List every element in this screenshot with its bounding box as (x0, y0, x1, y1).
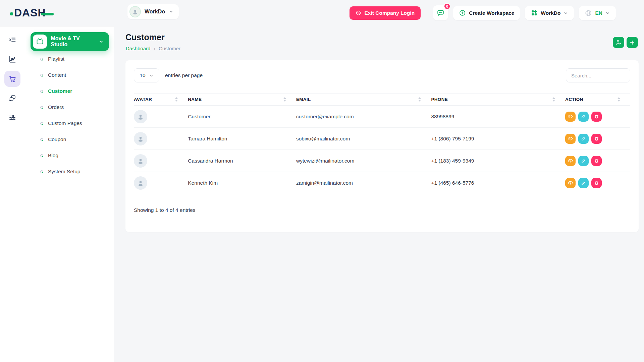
sidebar-item-label: Customer (48, 88, 72, 94)
column-header[interactable]: PHONE (431, 94, 565, 106)
chevron-down-icon (169, 9, 173, 14)
page-size-select[interactable]: 10 (134, 68, 159, 82)
workdo-menu-button[interactable]: WorkDo (525, 6, 574, 20)
sidebar-item[interactable]: Orders (25, 99, 114, 115)
sidebar-item[interactable]: Customer (25, 83, 114, 99)
sidebar-item[interactable]: System Setup (25, 164, 114, 180)
bullet-icon (40, 57, 44, 61)
exit-company-login-button[interactable]: Exit Company Login (350, 6, 421, 20)
language-selector[interactable]: EN (579, 6, 616, 20)
sidebar-item[interactable]: Coupon (25, 131, 114, 147)
bullet-icon (40, 170, 44, 174)
eye-icon (568, 114, 573, 119)
workspace-label: WorkDo (145, 9, 165, 15)
page-size-value: 10 (140, 72, 145, 78)
edit-button[interactable] (578, 134, 589, 144)
view-button[interactable] (565, 156, 576, 166)
sidebar-item[interactable]: Blog (25, 147, 114, 164)
customer-table: AVATAR NAME (134, 93, 630, 194)
eye-icon (568, 158, 573, 164)
table-row: Customer customer@example.com 88998899 (134, 106, 630, 128)
view-button[interactable] (565, 134, 576, 144)
bullet-icon (40, 89, 44, 94)
column-header-label: EMAIL (296, 97, 311, 102)
delete-button[interactable] (591, 156, 602, 166)
results-summary: Showing 1 to 4 of 4 entries (134, 207, 196, 213)
rail-item-analytics[interactable] (4, 51, 20, 67)
edit-button[interactable] (578, 178, 589, 188)
row-actions (565, 156, 630, 166)
delete-button[interactable] (591, 178, 602, 188)
customer-table-card: 10 entries per page AVATAR (125, 60, 639, 232)
sidebar: Movie & TV Studio Playlist Content Custo… (25, 26, 114, 362)
rail-item-dashboard[interactable] (4, 32, 20, 48)
delete-button[interactable] (591, 134, 602, 144)
customer-email: wytewizi@mailinator.com (296, 150, 431, 172)
column-header-label: ACTION (565, 97, 583, 102)
chart-icon (8, 55, 16, 63)
bullet-icon (40, 105, 44, 110)
top-header: DASH WorkDo Exit Company Login 0 Create … (0, 0, 644, 26)
sliders-icon (8, 114, 16, 122)
delete-button[interactable] (591, 112, 602, 122)
invite-user-button[interactable] (613, 37, 624, 48)
project-name: Movie & TV Studio (51, 36, 95, 48)
chevron-down-icon (99, 39, 104, 44)
table-row: Tamara Hamilton sobixo@mailinator.com +1… (134, 128, 630, 150)
tv-icon (33, 35, 47, 49)
customer-name: Tamara Hamilton (188, 128, 296, 150)
messages-button[interactable]: 0 (433, 5, 448, 20)
bullet-icon (40, 73, 44, 77)
customer-avatar (134, 176, 147, 190)
project-switcher-button[interactable]: Movie & TV Studio (31, 32, 109, 51)
search-input[interactable] (566, 68, 630, 82)
column-header[interactable]: EMAIL (296, 94, 431, 106)
bullet-icon (40, 121, 44, 126)
eye-icon (568, 136, 573, 141)
breadcrumb-dashboard-link[interactable]: Dashboard (126, 46, 150, 51)
language-label: EN (595, 10, 602, 16)
customer-email: customer@example.com (296, 106, 431, 128)
bullet-icon (40, 137, 44, 142)
column-header[interactable]: NAME (188, 94, 296, 106)
icon-rail (0, 26, 25, 362)
sidebar-item-label: Playlist (48, 56, 64, 62)
sidebar-item[interactable]: Content (25, 67, 114, 83)
column-header[interactable]: AVATAR (134, 94, 188, 106)
chevron-down-icon (605, 11, 610, 15)
pencil-icon (581, 136, 586, 141)
sidebar-item-label: Content (48, 72, 66, 78)
create-workspace-button[interactable]: Create Workspace (453, 6, 520, 20)
page-title: Customer (125, 33, 165, 42)
plus-icon (629, 40, 635, 46)
grid-plus-icon (531, 9, 538, 16)
view-button[interactable] (565, 112, 576, 122)
page-actions (613, 37, 638, 48)
table-controls: 10 entries per page (134, 68, 630, 82)
sidebar-item[interactable]: Playlist (25, 51, 114, 67)
column-header-label: PHONE (431, 97, 448, 102)
workdo-menu-label: WorkDo (541, 10, 560, 16)
customer-email: zamigin@mailinator.com (296, 172, 431, 194)
rail-item-settings[interactable] (4, 110, 20, 126)
add-customer-button[interactable] (627, 37, 638, 48)
column-header[interactable]: ACTION (565, 94, 630, 106)
trash-icon (594, 114, 599, 119)
workspace-switcher[interactable]: WorkDo (127, 4, 179, 19)
rail-item-messages[interactable] (4, 90, 20, 106)
bullet-icon (40, 154, 44, 158)
rail-item-store[interactable] (4, 71, 20, 87)
pencil-icon (581, 158, 586, 163)
sort-icon (175, 97, 178, 102)
pencil-icon (581, 180, 586, 185)
view-button[interactable] (565, 178, 576, 188)
sidebar-item[interactable]: Custom Pages (25, 115, 114, 131)
notification-badge: 0 (444, 3, 450, 10)
exit-button-label: Exit Company Login (364, 10, 415, 16)
sidebar-item-label: Orders (48, 104, 64, 110)
chat-icon (436, 9, 445, 17)
edit-button[interactable] (578, 112, 589, 122)
globe-icon (585, 9, 592, 17)
app-logo: DASH (10, 7, 54, 19)
edit-button[interactable] (578, 156, 589, 166)
